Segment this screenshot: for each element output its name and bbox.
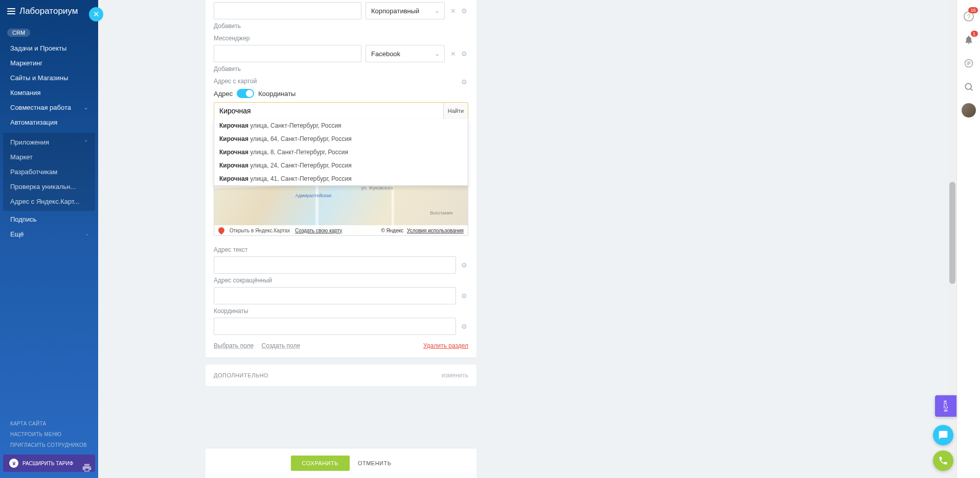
nav-signature[interactable]: Подпись	[0, 212, 98, 227]
close-panel-button[interactable]: ✕	[89, 7, 103, 21]
bell-badge: 1	[971, 31, 978, 37]
nav-tasks[interactable]: Задачи и Проекты	[0, 41, 98, 56]
logo: Лабораториум	[19, 6, 78, 16]
change-link[interactable]: изменить	[442, 372, 468, 379]
map-section-label: Адрес с картой	[214, 78, 468, 85]
help-badge: 16	[968, 7, 977, 13]
address-search-input[interactable]	[214, 103, 443, 119]
search-button[interactable]: Найти	[443, 103, 468, 119]
help-icon[interactable]: ? 16	[962, 9, 976, 23]
address-short-input[interactable]	[214, 287, 456, 304]
nav-market[interactable]: Маркет	[3, 150, 95, 164]
add-link[interactable]: Добавить	[214, 22, 468, 30]
chevron-down-icon: ⌄	[84, 105, 88, 110]
nav-main: Задачи и Проекты Маркетинг Сайты и Магаз…	[0, 41, 98, 132]
crm-badge[interactable]: CRM	[7, 29, 30, 37]
main-content: Корпоративный⌄ ✕ ⚙ Добавить Мессенджер F…	[98, 0, 948, 478]
svg-point-3	[965, 83, 971, 89]
nav-collab[interactable]: Совместная работа⌄	[0, 100, 98, 115]
coords-input[interactable]	[214, 318, 456, 335]
configure-menu-link[interactable]: НАСТРОИТЬ МЕНЮ	[0, 429, 98, 440]
select-field-link[interactable]: Выбрать поле	[214, 342, 254, 349]
cancel-button[interactable]: ОТМЕНИТЬ	[358, 460, 392, 466]
print-icon[interactable]	[82, 463, 92, 472]
menu-toggle[interactable]	[7, 8, 15, 14]
suggestion-item[interactable]: Кирочная улица, 8, Санкт-Петербург, Росс…	[214, 146, 468, 159]
messenger-select[interactable]: Facebook⌄	[366, 45, 445, 62]
side-widget[interactable]: кс24	[935, 395, 956, 417]
nav-apps-header[interactable]: Приложения⌃	[3, 135, 95, 150]
crown-icon: ♛	[9, 459, 18, 468]
extra-section-title: ДОПОЛНИТЕЛЬНО	[214, 372, 268, 378]
gear-icon[interactable]: ⚙	[460, 78, 468, 86]
remove-row-icon[interactable]: ✕	[449, 7, 457, 15]
sidebar: Лабораториум ✕ CRM Задачи и Проекты Марк…	[0, 0, 98, 478]
gear-icon[interactable]: ⚙	[460, 292, 468, 300]
nav-unique-check[interactable]: Проверка уникальн...	[3, 179, 95, 194]
extra-section: ДОПОЛНИТЕЛЬНО изменить	[206, 365, 476, 386]
toggle-address-label: Адрес	[214, 90, 233, 98]
create-map-link[interactable]: Создать свою карту	[295, 228, 342, 233]
open-yandex-link[interactable]: Открыть в Яндекс.Картах	[230, 228, 290, 233]
nav-marketing[interactable]: Маркетинг	[0, 56, 98, 70]
gear-icon[interactable]: ⚙	[460, 322, 468, 330]
messenger-label: Мессенджер	[214, 35, 468, 42]
corp-input[interactable]	[214, 2, 361, 19]
suggestions-dropdown: Кирочная улица, Санкт-Петербург, Россия …	[214, 119, 468, 186]
contact-card: Корпоративный⌄ ✕ ⚙ Добавить Мессенджер F…	[206, 0, 476, 357]
suggestion-item[interactable]: Кирочная улица, Санкт-Петербург, Россия	[214, 119, 468, 132]
nav-more[interactable]: Ещё ·	[0, 227, 98, 242]
map-pin-icon	[217, 226, 226, 235]
gear-icon[interactable]: ⚙	[460, 50, 468, 58]
nav-automation[interactable]: Автоматизация	[0, 115, 98, 130]
nav-company[interactable]: Компания	[0, 85, 98, 100]
address-text-label: Адрес текст	[214, 246, 468, 253]
add-link-2[interactable]: Добавить	[214, 65, 468, 73]
address-coords-toggle[interactable]	[237, 89, 254, 98]
suggestion-item[interactable]: Кирочная улица, 24, Санкт-Петербург, Рос…	[214, 159, 468, 172]
chevron-up-icon: ⌃	[84, 139, 88, 145]
map-terms-link[interactable]: Условия использования	[407, 228, 464, 233]
phone-fab[interactable]	[933, 450, 953, 471]
delete-section-link[interactable]: Удалить раздел	[423, 342, 468, 349]
map-copyright: © Яндекс	[381, 228, 403, 233]
avatar[interactable]	[962, 103, 976, 117]
chevron-down-icon: ⌄	[435, 51, 439, 57]
create-field-link[interactable]: Создать поле	[262, 342, 301, 349]
right-rail: ? 16 1	[956, 0, 980, 478]
suggestion-item[interactable]: Кирочная улица, 41, Санкт-Петербург, Рос…	[214, 172, 468, 185]
suggestion-item[interactable]: Кирочная улица, 64, Санкт-Петербург, Рос…	[214, 132, 468, 146]
nav-developers[interactable]: Разработчикам	[3, 164, 95, 179]
address-text-input[interactable]	[214, 256, 456, 274]
chat-fab[interactable]	[933, 425, 953, 445]
coords-label: Координаты	[214, 307, 468, 315]
messenger-input[interactable]	[214, 45, 361, 62]
nav-sites[interactable]: Сайты и Магазины	[0, 70, 98, 85]
nav-yandex-address[interactable]: Адрес с Яндекс.Карт...	[3, 194, 95, 209]
save-button[interactable]: СОХРАНИТЬ	[291, 456, 350, 471]
invite-link[interactable]: ПРИГЛАСИТЬ СОТРУДНИКОВ	[0, 440, 98, 450]
action-bar: СОХРАНИТЬ ОТМЕНИТЬ	[206, 448, 476, 478]
gear-icon[interactable]: ⚙	[460, 7, 468, 15]
chat-icon[interactable]	[962, 56, 976, 70]
toggle-coords-label: Координаты	[258, 90, 295, 98]
search-icon[interactable]	[962, 80, 976, 94]
svg-text:?: ?	[967, 13, 970, 20]
nav-apps-section: Приложения⌃ Маркет Разработчикам Проверк…	[3, 133, 95, 211]
address-short-label: Адрес сокращённый	[214, 277, 468, 284]
type-select[interactable]: Корпоративный⌄	[366, 2, 445, 19]
sitemap-link[interactable]: КАРТА САЙТА	[0, 418, 98, 429]
bell-icon[interactable]: 1	[962, 33, 976, 47]
chevron-down-icon: ⌄	[435, 8, 439, 14]
gear-icon[interactable]: ⚙	[460, 261, 468, 269]
remove-row-icon[interactable]: ✕	[449, 50, 457, 58]
upgrade-tariff-button[interactable]: ♛ РАСШИРИТЬ ТАРИФ	[3, 455, 95, 472]
